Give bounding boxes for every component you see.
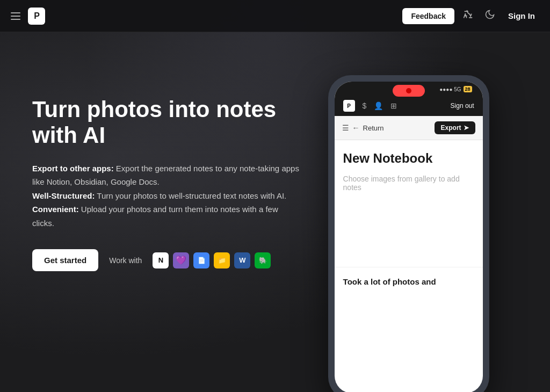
phone-app-icons: P $ 👤 ⊞ [343,100,397,112]
notion-letter: N [158,256,163,264]
phone-screen: ●●●● 5G 28 P $ 👤 ⊞ Sign out [335,82,483,392]
phone-signal: ●●●● 5G 28 [439,86,472,92]
phone-camera-pill [393,85,425,97]
app-icons-list: N 💜 📄 📁 W 🐘 [153,252,271,268]
feature-2-text: Turn your photos to well-structured text… [97,191,286,200]
work-with-label: Work with [109,256,142,265]
hero-right: ●●●● 5G 28 P $ 👤 ⊞ Sign out [299,64,518,392]
hamburger-phone-icon: ☰ [342,124,349,132]
obsidian-icon: 💜 [173,252,189,268]
word-letter: W [239,256,245,264]
navbar-left: P [11,8,45,25]
google-drive-icon: 📁 [214,252,230,268]
phone-app-bar: P $ 👤 ⊞ Sign out [335,96,483,116]
logo[interactable]: P [28,8,45,25]
phone-person-icon: 👤 [374,101,383,110]
phone-back-button[interactable]: ☰ ← Return [342,124,384,132]
phone-bottom-caption: Took a lot of photos and [343,276,474,287]
theme-toggle-icon[interactable] [482,7,497,25]
hero-title: Turn photos into notes with AI [32,97,299,149]
phone-export-button[interactable]: Export ➤ [435,121,475,134]
evernote-icon: 🐘 [255,252,271,268]
logo-letter: P [34,11,39,21]
phone-content: New Notebook Choose images from gallery … [335,140,483,267]
phone-dollar-icon: $ [363,101,367,110]
battery-badge: 28 [464,86,472,92]
word-icon: W [234,252,250,268]
feature-3-bold: Convenient: [32,205,79,214]
navbar: P Feedback Sign In [0,0,550,32]
phone-notebook-title: New Notebook [343,151,474,166]
export-arrow-icon: ➤ [464,124,469,132]
phone-grid-icon: ⊞ [390,101,397,110]
hero-left: Turn photos into notes with AI Export to… [32,64,299,271]
translate-icon[interactable] [461,7,476,25]
feedback-button[interactable]: Feedback [402,8,454,24]
export-label: Export [441,124,461,132]
phone-toolbar: ☰ ← Return Export ➤ [335,116,483,140]
obsidian-symbol: 💜 [176,255,186,265]
phone-logo-box: P [343,100,355,112]
phone-status-bar: ●●●● 5G 28 [335,82,483,96]
hamburger-menu-icon[interactable] [11,12,20,20]
drive-symbol: 📁 [218,257,226,264]
hero-section: Turn photos into notes with AI Export to… [0,32,550,392]
phone-signout-button[interactable]: Sign out [451,102,474,110]
evernote-symbol: 🐘 [259,257,267,264]
google-docs-icon: 📄 [193,252,209,268]
phone-mockup: ●●●● 5G 28 P $ 👤 ⊞ Sign out [328,75,489,392]
signin-button[interactable]: Sign In [504,9,539,23]
docs-symbol: 📄 [198,257,206,264]
signal-text: ●●●● 5G [439,86,461,92]
back-label: Return [363,124,384,132]
hero-features: Export to other apps: Export the generat… [32,162,299,230]
feature-2-bold: Well-Structured: [32,191,95,200]
feature-1-bold: Export to other apps: [32,164,114,173]
camera-dot [406,88,411,93]
phone-bottom-text: Took a lot of photos and [335,267,483,296]
back-arrow-icon: ← [352,124,360,132]
phone-placeholder-text: Choose images from gallery to add notes [343,175,474,192]
navbar-right: Feedback Sign In [402,7,539,25]
get-started-button[interactable]: Get started [32,249,98,271]
notion-icon: N [153,252,169,268]
hero-bottom: Get started Work with N 💜 📄 📁 [32,249,299,271]
